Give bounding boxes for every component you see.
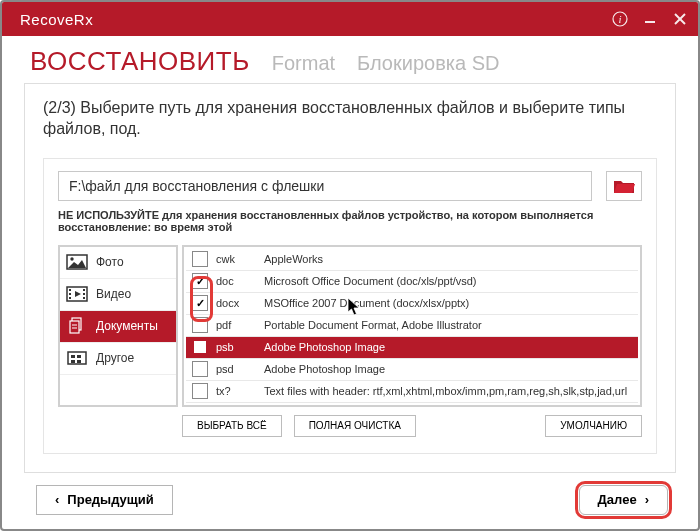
file-desc: Portable Document Format, Adobe Illustra… — [262, 319, 638, 331]
prev-button[interactable]: ‹ Предыдущий — [36, 485, 173, 515]
clear-all-button[interactable]: ПОЛНАЯ ОЧИСТКА — [294, 415, 416, 437]
file-ext: doc — [214, 275, 262, 287]
tab-blocking[interactable]: Блокировка SD — [357, 52, 499, 75]
titlebar: RecoveRx i — [2, 2, 698, 36]
file-desc: Microsoft Office Document (doc/xls/ppt/v… — [262, 275, 638, 287]
content-panel: (2/3) Выберите путь для хранения восстан… — [24, 83, 676, 473]
svg-rect-22 — [77, 360, 81, 363]
svg-rect-15 — [70, 321, 79, 333]
checkbox[interactable] — [192, 361, 208, 377]
file-type-row[interactable]: docx MSOffice 2007 Document (docx/xlsx/p… — [186, 293, 638, 315]
svg-rect-12 — [83, 293, 85, 295]
close-icon[interactable] — [672, 11, 688, 27]
file-type-row[interactable]: psd Adobe Photoshop Image — [186, 359, 638, 381]
file-type-row[interactable]: doc Microsoft Office Document (doc/xls/p… — [186, 271, 638, 293]
checkbox[interactable] — [192, 273, 208, 289]
category-label: Другое — [96, 351, 134, 365]
app-title: RecoveRx — [20, 11, 93, 28]
file-ext: cwk — [214, 253, 262, 265]
file-ext: psd — [214, 363, 262, 375]
tab-recover[interactable]: ВОССТАНОВИТЬ — [30, 46, 250, 77]
file-ext: pdf — [214, 319, 262, 331]
tab-bar: ВОССТАНОВИТЬ Format Блокировка SD — [2, 36, 698, 83]
category-documents[interactable]: Документы — [60, 311, 176, 343]
warning-text: НЕ ИСПОЛЬЗУЙТЕ для хранения восстановлен… — [58, 209, 642, 233]
chevron-left-icon: ‹ — [55, 492, 59, 507]
category-list: Фото Видео Документы Другое — [58, 245, 178, 407]
svg-point-6 — [70, 257, 73, 260]
video-icon — [66, 285, 88, 303]
category-label: Видео — [96, 287, 131, 301]
browse-folder-button[interactable] — [606, 171, 642, 201]
svg-rect-13 — [83, 297, 85, 299]
recovery-path-input[interactable] — [58, 171, 592, 201]
tab-format[interactable]: Format — [272, 52, 335, 75]
file-type-row[interactable]: pdf Portable Document Format, Adobe Illu… — [186, 315, 638, 337]
file-desc: Adobe Photoshop Image — [262, 341, 638, 353]
select-all-button[interactable]: ВЫБРАТЬ ВСЁ — [182, 415, 282, 437]
file-ext: tx? — [214, 385, 262, 397]
minimize-icon[interactable] — [642, 11, 658, 27]
file-ext: docx — [214, 297, 262, 309]
info-icon[interactable]: i — [612, 11, 628, 27]
chevron-right-icon: › — [645, 492, 649, 507]
file-type-row[interactable]: tx? Text files with header: rtf,xml,xhtm… — [186, 381, 638, 403]
svg-rect-21 — [71, 360, 75, 363]
checkbox[interactable] — [192, 251, 208, 267]
checkbox[interactable] — [192, 295, 208, 311]
svg-text:i: i — [618, 13, 621, 25]
checkbox[interactable] — [192, 339, 208, 355]
svg-rect-19 — [71, 355, 75, 358]
file-ext: psb — [214, 341, 262, 353]
path-row — [58, 171, 642, 201]
file-desc: AppleWorks — [262, 253, 638, 265]
svg-rect-9 — [69, 293, 71, 295]
file-type-row[interactable]: psb Adobe Photoshop Image — [186, 337, 638, 359]
other-icon — [66, 349, 88, 367]
category-label: Документы — [96, 319, 158, 333]
category-video[interactable]: Видео — [60, 279, 176, 311]
svg-rect-8 — [69, 289, 71, 291]
selection-buttons: ВЫБРАТЬ ВСЁ ПОЛНАЯ ОЧИСТКА УМОЛЧАНИЮ — [182, 415, 642, 437]
documents-icon — [66, 317, 88, 335]
category-other[interactable]: Другое — [60, 343, 176, 375]
file-desc: Text files with header: rtf,xml,xhtml,mb… — [262, 385, 638, 397]
window-controls: i — [612, 11, 688, 27]
next-button[interactable]: Далее › — [579, 485, 668, 515]
svg-rect-11 — [83, 289, 85, 291]
prev-label: Предыдущий — [67, 492, 153, 507]
file-type-row[interactable]: cwk AppleWorks — [186, 249, 638, 271]
defaults-button[interactable]: УМОЛЧАНИЮ — [545, 415, 642, 437]
file-desc: Adobe Photoshop Image — [262, 363, 638, 375]
photo-icon — [66, 253, 88, 271]
svg-rect-20 — [77, 355, 81, 358]
checkbox[interactable] — [192, 317, 208, 333]
next-label: Далее — [598, 492, 637, 507]
file-desc: MSOffice 2007 Document (docx/xlsx/pptx) — [262, 297, 638, 309]
category-label: Фото — [96, 255, 124, 269]
type-picker: Фото Видео Документы Другое c — [58, 245, 642, 407]
file-type-list: cwk AppleWorks doc Microsoft Office Docu… — [182, 245, 642, 407]
checkbox[interactable] — [192, 383, 208, 399]
svg-rect-10 — [69, 297, 71, 299]
step-instruction: (2/3) Выберите путь для хранения восстан… — [43, 98, 657, 140]
nav-bar: ‹ Предыдущий Далее › — [2, 473, 698, 515]
category-photo[interactable]: Фото — [60, 247, 176, 279]
inner-panel: НЕ ИСПОЛЬЗУЙТЕ для хранения восстановлен… — [43, 158, 657, 454]
